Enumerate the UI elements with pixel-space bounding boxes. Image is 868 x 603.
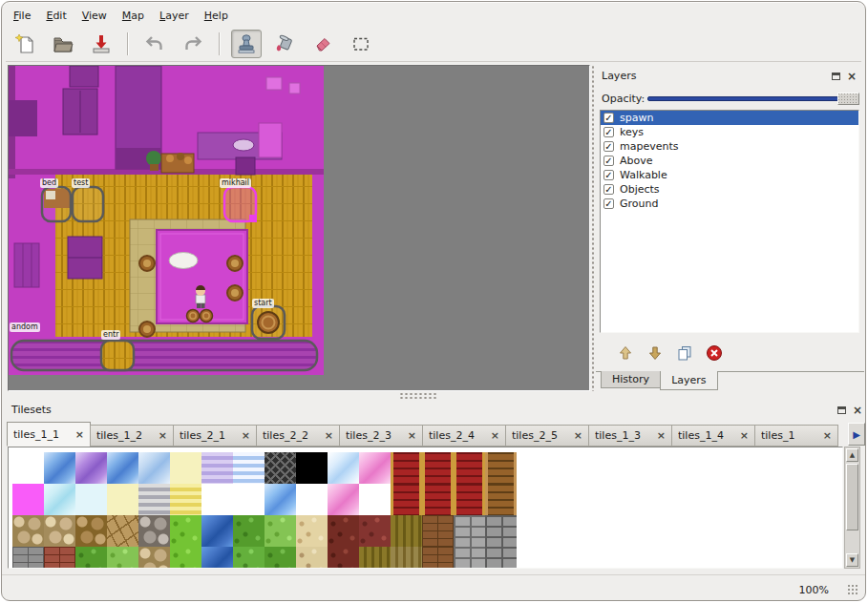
tile-magenta[interactable] [12, 484, 44, 515]
layer-row-keys[interactable]: ✓keys [601, 125, 858, 139]
tab-history[interactable]: History [601, 371, 661, 388]
tab-close-icon[interactable]: × [155, 429, 167, 442]
tileset-tab-tiles_2_1[interactable]: tiles_2_1× [173, 425, 257, 447]
tab-close-icon[interactable]: × [487, 429, 499, 442]
tile-grassD[interactable] [233, 515, 265, 547]
layer-row-Above[interactable]: ✓Above [601, 154, 858, 168]
tab-close-icon[interactable]: × [570, 429, 582, 442]
tile-roofRed[interactable] [422, 452, 454, 484]
tile-shinyB[interactable] [265, 484, 296, 515]
tile-grassD[interactable] [75, 547, 107, 569]
tileset-tab-tiles_1_2[interactable]: tiles_1_2× [90, 425, 174, 447]
layers-dock-float-button[interactable] [829, 70, 842, 82]
tile-brickRed[interactable] [44, 547, 75, 569]
tile-grassTuft[interactable] [233, 547, 265, 569]
tile-lattice[interactable] [265, 452, 296, 484]
layer-row-mapevents[interactable]: ✓mapevents [601, 139, 858, 154]
tile-waterP[interactable] [75, 452, 107, 484]
menu-edit[interactable]: Edit [38, 7, 74, 25]
tile-blank[interactable] [359, 484, 391, 515]
tile-sandDot[interactable] [296, 547, 328, 569]
layer-visibility-checkbox[interactable]: ✓ [603, 141, 614, 152]
scroll-down-button[interactable]: ▼ [846, 553, 858, 567]
tile-grassBright[interactable] [170, 515, 201, 547]
scroll-up-button[interactable]: ▲ [846, 448, 858, 462]
tile-speckDark[interactable] [328, 515, 359, 547]
tile-roofRed[interactable] [454, 452, 485, 484]
tile-waterB[interactable] [44, 452, 75, 484]
tile-cobbleGray[interactable] [138, 515, 170, 547]
tile-yellowStripe[interactable] [170, 484, 201, 515]
resize-grip[interactable] [847, 584, 858, 595]
stamp-tool-button[interactable] [231, 30, 262, 58]
opacity-slider[interactable] [647, 92, 859, 106]
tile-brickBrown[interactable] [422, 515, 454, 547]
save-button[interactable] [86, 30, 116, 58]
scrollbar-thumb[interactable] [846, 464, 858, 530]
vertical-splitter[interactable] [591, 65, 596, 391]
tab-close-icon[interactable]: × [736, 429, 749, 442]
tile-grassD[interactable] [265, 547, 296, 569]
layer-visibility-checkbox[interactable]: ✓ [603, 184, 614, 195]
opacity-slider-track[interactable] [647, 96, 857, 101]
tile-stoneGray2[interactable] [485, 547, 517, 569]
menu-view[interactable]: View [74, 7, 115, 25]
tile-brickBrown[interactable] [422, 547, 454, 569]
layer-visibility-checkbox[interactable]: ✓ [603, 127, 614, 137]
tile-shinyP[interactable] [359, 452, 391, 484]
tile-grayStripe[interactable] [138, 484, 170, 515]
layer-visibility-checkbox[interactable]: ✓ [603, 156, 614, 166]
tileset-tab-tiles_2_5[interactable]: tiles_2_5× [505, 425, 589, 447]
open-button[interactable] [48, 30, 78, 58]
tile-roofBrown[interactable] [485, 484, 517, 515]
tab-close-icon[interactable]: × [404, 429, 416, 442]
tile-blank[interactable] [296, 484, 328, 515]
tile-stoneGray2[interactable] [485, 515, 517, 547]
tab-close-icon[interactable]: × [321, 429, 333, 442]
tile-blank[interactable] [201, 484, 233, 515]
opacity-slider-handle[interactable] [837, 93, 859, 105]
tileset-tab-tiles_2_4[interactable]: tiles_2_4× [422, 425, 506, 447]
layer-row-Walkable[interactable]: ✓Walkable [601, 168, 858, 182]
duplicate-layer-button[interactable] [674, 343, 695, 364]
tile-stoneGray[interactable] [454, 547, 485, 569]
tile-planksOlive[interactable] [391, 515, 422, 547]
tab-close-icon[interactable]: × [238, 429, 250, 442]
layer-row-Ground[interactable]: ✓Ground [601, 197, 858, 211]
menu-map[interactable]: Map [115, 7, 152, 25]
tile-waterL[interactable] [138, 452, 170, 484]
tile-waterB[interactable] [107, 452, 138, 484]
menu-layer[interactable]: Layer [152, 7, 197, 25]
tile-roofBrown[interactable] [485, 452, 517, 484]
undo-button[interactable] [139, 30, 170, 58]
tile-dirtCrack[interactable] [107, 515, 138, 547]
redo-button[interactable] [178, 30, 208, 58]
tile-waterDeep[interactable] [201, 515, 233, 547]
tilesets-dock-float-button[interactable] [835, 404, 848, 416]
tileset-tab-tiles_2_3[interactable]: tiles_2_3× [339, 425, 423, 447]
tile-waterDeep[interactable] [201, 547, 233, 569]
lower-layer-button[interactable] [645, 343, 666, 364]
tile-planksV[interactable] [391, 547, 422, 569]
tile-speckRed[interactable] [359, 515, 391, 547]
tile-cyanPale2[interactable] [75, 484, 107, 515]
tile-roofRed[interactable] [391, 452, 422, 484]
tileset-view[interactable] [8, 447, 843, 569]
tile-cyanPale[interactable] [44, 484, 75, 515]
tile-roofRed[interactable] [391, 484, 422, 515]
map-canvas[interactable]: bed test mikhail start andom entr [8, 65, 590, 391]
tile-cobbleTan[interactable] [138, 547, 170, 569]
tile-cream[interactable] [170, 452, 201, 484]
select-tool-button[interactable] [346, 30, 376, 58]
eraser-tool-button[interactable] [307, 30, 338, 58]
tile-roofRed[interactable] [422, 484, 454, 515]
tab-close-icon[interactable]: × [819, 429, 832, 442]
tab-close-icon[interactable]: × [653, 429, 666, 442]
tile-shinyL[interactable] [328, 452, 359, 484]
tile-shinyP[interactable] [328, 484, 359, 515]
tileset-tab-tiles_1_4[interactable]: tiles_1_4× [671, 425, 755, 447]
tile-stoneGray[interactable] [454, 515, 485, 547]
tileset-tab-tiles_1_1[interactable]: tiles_1_1× [7, 422, 91, 447]
horizontal-splitter-handle[interactable] [399, 392, 437, 399]
tile-cream[interactable] [107, 484, 138, 515]
